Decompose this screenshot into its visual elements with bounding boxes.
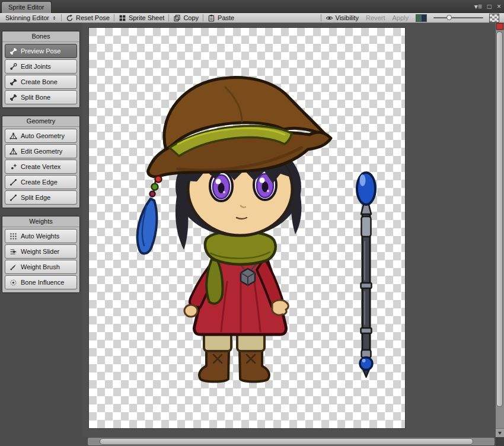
preview-pose-button[interactable]: Preview Pose bbox=[5, 44, 77, 58]
visibility-button[interactable]: Visibility bbox=[322, 13, 363, 23]
panel-geometry: Geometry Auto Geometry Edit Geometry Cre… bbox=[2, 116, 80, 208]
weights-icon bbox=[9, 232, 17, 240]
panel-weights: Weights Auto Weights Weight Slider Weigh… bbox=[2, 216, 80, 293]
slider-icon bbox=[9, 248, 17, 256]
weight-brush-button[interactable]: Weight Brush bbox=[5, 260, 77, 274]
vertical-scrollbar-thumb[interactable] bbox=[496, 31, 503, 407]
reset-pose-button[interactable]: Reset Pose bbox=[62, 13, 113, 23]
brush-icon bbox=[9, 263, 17, 271]
toolbar-separator bbox=[61, 14, 62, 21]
apply-button[interactable]: Apply bbox=[388, 13, 412, 23]
copy-label: Copy bbox=[183, 14, 199, 21]
paste-icon bbox=[208, 14, 215, 22]
bone-influence-button[interactable]: Bone Influence bbox=[5, 275, 77, 289]
auto-weights-button[interactable]: Auto Weights bbox=[5, 229, 77, 243]
window-tab[interactable]: Sprite Editor bbox=[1, 1, 52, 13]
panel-geometry-header: Geometry bbox=[2, 116, 79, 127]
bone-icon bbox=[9, 47, 17, 55]
tool-label: Edit Joints bbox=[21, 63, 51, 70]
tool-label: Weight Brush bbox=[21, 263, 60, 270]
boots bbox=[199, 333, 269, 382]
toolbar-right-group: Visibility Revert Apply bbox=[320, 13, 502, 23]
edit-joints-button[interactable]: Edit Joints bbox=[5, 59, 77, 74]
hat-charm bbox=[138, 176, 162, 254]
create-vertex-button[interactable]: Create Vertex bbox=[5, 160, 77, 174]
tool-label: Create Vertex bbox=[21, 163, 60, 170]
copy-icon bbox=[173, 14, 181, 22]
scrollbar-red-button[interactable] bbox=[496, 23, 503, 30]
split-bone-button[interactable]: Split Bone bbox=[5, 90, 77, 104]
sprite-canvas[interactable] bbox=[89, 28, 405, 428]
apply-label: Apply bbox=[392, 14, 409, 21]
tool-label: Create Edge bbox=[21, 179, 58, 186]
bone-icon bbox=[9, 94, 17, 101]
tool-label: Split Bone bbox=[21, 94, 50, 101]
scroll-down-button[interactable] bbox=[496, 429, 504, 437]
create-bone-button[interactable]: Create Bone bbox=[5, 75, 77, 89]
revert-label: Revert bbox=[366, 14, 385, 21]
tool-label: Preview Pose bbox=[21, 47, 60, 55]
copy-button[interactable]: Copy bbox=[170, 13, 202, 23]
sidebar: Bones Preview Pose Edit Joints Create Bo… bbox=[0, 23, 82, 437]
tool-label: Create Bone bbox=[21, 78, 58, 85]
down-arrow-icon bbox=[498, 432, 502, 437]
influence-icon bbox=[9, 279, 17, 286]
paste-label: Paste bbox=[218, 14, 234, 21]
split-edge-button[interactable]: Split Edge bbox=[5, 190, 77, 205]
zoom-slider-thumb[interactable] bbox=[446, 15, 452, 20]
toolbar-separator bbox=[321, 14, 321, 21]
hat bbox=[148, 77, 331, 176]
texture-alpha-icon[interactable] bbox=[489, 14, 499, 23]
window-tab-label: Sprite Editor bbox=[8, 4, 44, 11]
scrollbar-corner bbox=[496, 437, 504, 446]
sprite-sheet-button[interactable]: Sprite Sheet bbox=[115, 13, 168, 23]
toolbar-separator bbox=[168, 14, 169, 21]
toolbar-separator bbox=[203, 14, 203, 21]
horizontal-scrollbar-track[interactable] bbox=[88, 438, 495, 445]
horizontal-scrollbar[interactable] bbox=[0, 437, 496, 446]
edge-icon bbox=[9, 194, 17, 202]
mode-dropdown-label: Skinning Editor bbox=[5, 14, 49, 21]
tool-label: Weight Slider bbox=[21, 248, 59, 255]
zoom-slider[interactable] bbox=[433, 13, 483, 23]
visibility-eye-icon bbox=[326, 14, 333, 22]
titlebar: Sprite Editor ▾≡ □ × bbox=[0, 0, 504, 13]
mesh-icon bbox=[9, 148, 17, 155]
panel-weights-header: Weights bbox=[2, 216, 79, 227]
tool-label: Bone Influence bbox=[21, 279, 64, 286]
visibility-label: Visibility bbox=[336, 14, 359, 21]
horizontal-scrollbar-thumb[interactable] bbox=[100, 438, 473, 445]
reset-pose-icon bbox=[66, 14, 74, 22]
maximize-icon[interactable]: □ bbox=[487, 3, 492, 10]
auto-geometry-button[interactable]: Auto Geometry bbox=[5, 129, 77, 143]
mode-dropdown[interactable]: Skinning Editor bbox=[2, 13, 60, 23]
edit-geometry-button[interactable]: Edit Geometry bbox=[5, 144, 77, 158]
staff bbox=[357, 173, 375, 377]
dropdown-arrows-icon bbox=[52, 15, 57, 21]
vertical-scrollbar[interactable] bbox=[496, 23, 504, 437]
sprite-sheet-label: Sprite Sheet bbox=[129, 14, 165, 21]
create-edge-button[interactable]: Create Edge bbox=[5, 175, 77, 189]
zoom-slider-track bbox=[433, 17, 483, 18]
tool-label: Edit Geometry bbox=[21, 148, 62, 155]
tool-label: Auto Geometry bbox=[21, 132, 65, 139]
joint-icon bbox=[9, 63, 17, 71]
tool-label: Split Edge bbox=[21, 194, 50, 201]
vertex-icon bbox=[9, 163, 17, 171]
revert-button[interactable]: Revert bbox=[362, 13, 388, 23]
paste-button[interactable]: Paste bbox=[204, 13, 238, 23]
close-icon[interactable]: × bbox=[497, 3, 501, 10]
tool-label: Auto Weights bbox=[21, 232, 59, 240]
sprite-sheet-icon bbox=[119, 14, 126, 22]
color-channel-swatch[interactable] bbox=[416, 14, 427, 22]
character-sprite bbox=[89, 28, 405, 428]
panel-bones: Bones Preview Pose Edit Joints Create Bo… bbox=[2, 31, 80, 108]
mesh-icon bbox=[9, 132, 17, 140]
reset-pose-label: Reset Pose bbox=[76, 14, 110, 21]
window-menu-icon[interactable]: ▾≡ bbox=[474, 3, 482, 10]
edge-icon bbox=[9, 179, 17, 186]
weight-slider-button[interactable]: Weight Slider bbox=[5, 244, 77, 259]
vertical-scrollbar-track[interactable] bbox=[496, 30, 504, 428]
panel-bones-header: Bones bbox=[2, 31, 79, 42]
titlebar-controls: ▾≡ □ × bbox=[474, 0, 501, 13]
